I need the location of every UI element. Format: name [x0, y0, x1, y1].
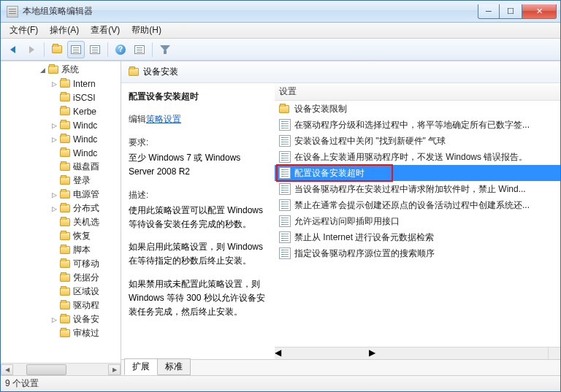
- tree-item-label: 审核过: [73, 327, 99, 339]
- tree-item[interactable]: 关机选: [1, 215, 121, 229]
- tab-extended[interactable]: 扩展: [124, 358, 158, 375]
- window-title: 本地组策略编辑器: [23, 5, 478, 18]
- scroll-right-button[interactable]: ▶: [369, 347, 375, 359]
- tree-item[interactable]: 驱动程: [1, 299, 121, 312]
- description-label: 描述:: [129, 188, 269, 202]
- scroll-left-button[interactable]: ◀: [275, 347, 281, 359]
- folder-icon: [129, 68, 139, 76]
- settings-policy-row[interactable]: 在设备上安装通用驱动程序时，不发送 Windows 错误报告。: [275, 149, 560, 165]
- tree-item[interactable]: Kerbe: [1, 104, 121, 118]
- settings-policy-row[interactable]: 禁止在通常会提示创建还原点的设备活动过程中创建系统还...: [275, 197, 560, 213]
- column-header-setting[interactable]: 设置: [275, 83, 560, 101]
- settings-policy-row[interactable]: 配置设备安装超时: [275, 165, 560, 181]
- tree-item-label: Windc: [73, 120, 97, 131]
- setting-title: 配置设备安装超时: [129, 91, 269, 103]
- tree-item-label: Kerbe: [73, 107, 96, 117]
- back-button[interactable]: [4, 41, 21, 58]
- tree-hscrollbar[interactable]: ◀ ▶: [1, 363, 121, 375]
- tree-item[interactable]: ▷Intern: [1, 77, 121, 91]
- tree-item[interactable]: ▷设备安: [1, 312, 121, 326]
- description-pane: 配置设备安装超时 编辑策略设置 要求: 至少 Windows 7 或 Windo…: [121, 83, 275, 359]
- tree-item-label: 分布式: [73, 202, 99, 215]
- expand-icon[interactable]: ▷: [50, 191, 58, 199]
- setting-label: 禁止从 Internet 进行设备元数据检索: [294, 231, 434, 244]
- folder-icon: [60, 301, 70, 310]
- folder-icon: [60, 107, 70, 115]
- settings-list[interactable]: 设备安装限制在驱动程序分级和选择过程中，将平等地确定所有已数字签...安装设备过…: [275, 101, 560, 347]
- close-button[interactable]: ✕: [522, 4, 557, 19]
- settings-folder-row[interactable]: 设备安装限制: [275, 101, 560, 117]
- tree-item[interactable]: iSCSI: [1, 91, 121, 104]
- tree-item[interactable]: 登录: [1, 174, 121, 188]
- expand-icon[interactable]: ▷: [50, 205, 58, 212]
- collapse-icon[interactable]: ◢: [39, 66, 47, 74]
- maximize-button[interactable]: ☐: [500, 4, 522, 19]
- show-tree-button[interactable]: [67, 41, 85, 58]
- tree-item[interactable]: ▷Windc: [1, 118, 121, 132]
- edit-row: 编辑策略设置: [129, 113, 269, 126]
- expand-icon[interactable]: ▷: [50, 80, 58, 88]
- description-p3: 如果禁用或未配置此策略设置，则 Windows 等待 300 秒以允许设备安装任…: [129, 277, 269, 320]
- list-hscrollbar[interactable]: ◀ ▶: [275, 347, 548, 359]
- tree-item[interactable]: Windc: [1, 146, 121, 160]
- settings-policy-row[interactable]: 指定设备驱动程序源位置的搜索顺序: [275, 245, 560, 261]
- settings-policy-row[interactable]: 安装设备过程中关闭 "找到新硬件" 气球: [275, 133, 560, 149]
- menu-view[interactable]: 查看(V): [85, 23, 126, 38]
- scroll-left-button[interactable]: ◀: [1, 364, 13, 375]
- minimize-button[interactable]: ─: [478, 4, 500, 19]
- scroll-track[interactable]: [13, 364, 108, 375]
- folder-icon: [60, 246, 70, 254]
- tree-item[interactable]: ▷电源管: [1, 188, 121, 201]
- folder-icon: [60, 191, 70, 199]
- folder-icon: [279, 103, 291, 115]
- setting-label: 允许远程访问即插即用接口: [294, 215, 400, 228]
- view-tabs: 扩展 标准: [121, 359, 560, 375]
- settings-policy-row[interactable]: 当设备驱动程序在安装过程中请求附加软件时，禁止 Wind...: [275, 181, 560, 197]
- policy-icon: [279, 199, 291, 211]
- edit-policy-link[interactable]: 策略设置: [146, 114, 181, 124]
- tree-item-label: Windc: [73, 134, 97, 145]
- folder-icon: [60, 315, 70, 323]
- policy-icon: [279, 247, 291, 259]
- scroll-right-button[interactable]: ▶: [108, 364, 121, 375]
- options-button[interactable]: [131, 41, 148, 58]
- up-button[interactable]: [48, 41, 66, 58]
- description-p1: 使用此策略设置可以配置 Windows 等待设备安装任务完成的秒数。: [129, 204, 269, 231]
- scroll-track[interactable]: [281, 347, 369, 359]
- tree-item[interactable]: ▷Windc: [1, 132, 121, 146]
- tree-item[interactable]: 区域设: [1, 285, 121, 299]
- folder-icon: [60, 218, 70, 226]
- expand-icon[interactable]: ▷: [50, 136, 58, 143]
- menu-action[interactable]: 操作(A): [44, 23, 85, 38]
- tree[interactable]: ◢ 系统 ▷InterniSCSIKerbe▷Windc▷WindcWindc磁…: [1, 61, 121, 363]
- settings-policy-row[interactable]: 在驱动程序分级和选择过程中，将平等地确定所有已数字签...: [275, 117, 560, 133]
- help-button[interactable]: ?: [112, 41, 129, 58]
- status-text: 9 个设置: [5, 377, 39, 390]
- properties-button[interactable]: [86, 41, 104, 58]
- tree-item[interactable]: ▷分布式: [1, 201, 121, 215]
- expand-icon[interactable]: ▷: [50, 316, 58, 323]
- menu-file[interactable]: 文件(F): [4, 23, 44, 38]
- tree-item[interactable]: 磁盘酉: [1, 160, 121, 174]
- settings-policy-row[interactable]: 禁止从 Internet 进行设备元数据检索: [275, 229, 560, 245]
- tree-item[interactable]: 脚本: [1, 243, 121, 257]
- scroll-thumb[interactable]: [26, 364, 66, 375]
- menu-help[interactable]: 帮助(H): [126, 23, 167, 38]
- right-pane: 设备安装 配置设备安装超时 编辑策略设置 要求: 至少 Windows 7 或 …: [121, 61, 560, 375]
- tree-item[interactable]: 凭据分: [1, 271, 121, 285]
- settings-policy-row[interactable]: 允许远程访问即插即用接口: [275, 213, 560, 229]
- folder-icon: [60, 121, 70, 129]
- tree-item[interactable]: 可移动: [1, 257, 121, 271]
- scroll-corner: [548, 347, 560, 359]
- tree-root[interactable]: ◢ 系统: [1, 63, 121, 77]
- tree-item[interactable]: 恢复: [1, 229, 121, 243]
- tree-item[interactable]: 审核过: [1, 326, 121, 340]
- expand-icon[interactable]: ▷: [50, 122, 58, 129]
- filter-button[interactable]: [156, 41, 174, 58]
- app-window: 本地组策略编辑器 ─ ☐ ✕ 文件(F) 操作(A) 查看(V) 帮助(H) ?: [0, 0, 561, 392]
- forward-button[interactable]: [23, 41, 40, 58]
- requirements-text: 至少 Windows 7 或 Windows Server 2008 R2: [129, 151, 269, 179]
- statusbar: 9 个设置: [1, 375, 560, 391]
- titlebar[interactable]: 本地组策略编辑器 ─ ☐ ✕: [1, 1, 560, 23]
- tab-standard[interactable]: 标准: [157, 358, 191, 375]
